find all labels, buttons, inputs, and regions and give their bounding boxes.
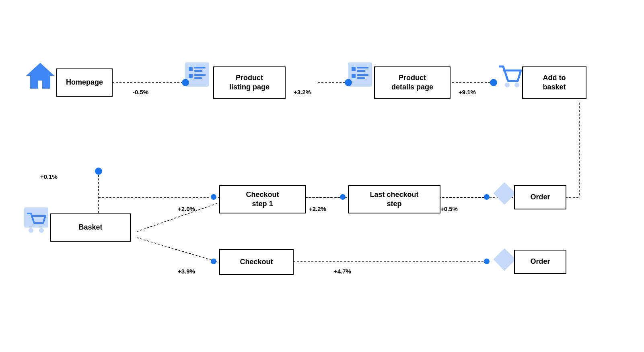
lcs-to-order1-label: +0.5%: [440, 205, 458, 212]
svg-marker-32: [494, 248, 516, 271]
plp-to-pdp-label: +3.2%: [294, 89, 311, 95]
svg-rect-13: [189, 67, 193, 71]
flow-diagram: Homepage -0.5% Product listing page +3.2…: [0, 0, 644, 352]
basket-icon: [22, 205, 50, 234]
dot-cs1-lcs: [340, 194, 346, 200]
last-checkout-label: Last checkout step: [370, 190, 418, 209]
dot-basket-co: [211, 259, 216, 264]
dot-pdp-atb: [490, 79, 497, 86]
hp-to-plp-label: -0.5%: [133, 89, 148, 95]
svg-rect-21: [357, 67, 368, 68]
svg-rect-18: [194, 77, 202, 79]
last-checkout-node: Last checkout step: [348, 185, 440, 213]
dot-plp-pdp: [345, 79, 352, 86]
add-to-basket-node: Add to basket: [522, 66, 586, 99]
basket-to-cs1-label: +2.0%: [178, 205, 195, 212]
svg-rect-16: [189, 74, 193, 78]
order1-label: Order: [530, 193, 550, 202]
svg-marker-31: [494, 182, 516, 205]
svg-point-29: [29, 228, 33, 233]
basket-node: Basket: [50, 213, 131, 242]
basket-label: Basket: [78, 223, 102, 232]
checkout-step1-label: Checkout step 1: [246, 190, 279, 209]
plp-label: Product listing page: [229, 73, 270, 92]
homepage-label: Homepage: [66, 78, 103, 87]
svg-rect-22: [357, 70, 365, 72]
svg-line-6: [137, 203, 217, 232]
svg-rect-20: [352, 67, 356, 71]
dot-basket-loop: [95, 168, 102, 175]
svg-rect-24: [357, 74, 368, 76]
dot-basket-cs1: [211, 194, 216, 200]
homepage-node: Homepage: [56, 68, 113, 97]
basket-to-co-label: +3.9%: [178, 268, 195, 275]
order2-node: Order: [514, 250, 566, 274]
basket-loop-label: +0.1%: [40, 173, 58, 180]
svg-point-27: [514, 83, 519, 87]
order2-label: Order: [530, 257, 550, 266]
svg-rect-25: [357, 77, 365, 79]
dot-co-order2: [484, 259, 490, 264]
pdp-node: Product details page: [374, 66, 451, 99]
svg-point-30: [39, 228, 44, 233]
cs1-to-lcs-label: +2.2%: [309, 205, 326, 212]
svg-rect-15: [194, 70, 202, 72]
pdp-to-atb-label: +9.1%: [459, 89, 476, 95]
checkout-node: Checkout: [219, 249, 294, 275]
svg-point-26: [505, 83, 510, 87]
svg-rect-23: [352, 74, 356, 78]
pdp-label: Product details page: [391, 73, 433, 92]
add-to-basket-icon: [497, 62, 525, 90]
order1-node: Order: [514, 185, 566, 209]
svg-marker-11: [26, 63, 54, 89]
checkout-step1-node: Checkout step 1: [219, 185, 306, 213]
dot-lcs-order1: [484, 194, 490, 200]
dot-hp-plp: [182, 79, 189, 86]
checkout-label: Checkout: [240, 257, 273, 267]
plp-node: Product listing page: [213, 66, 286, 99]
svg-rect-14: [194, 67, 206, 68]
svg-line-9: [137, 238, 217, 262]
svg-rect-17: [194, 74, 206, 76]
add-to-basket-label: Add to basket: [543, 73, 566, 92]
co-to-order2-label: +4.7%: [334, 268, 351, 275]
homepage-icon: [24, 60, 56, 92]
